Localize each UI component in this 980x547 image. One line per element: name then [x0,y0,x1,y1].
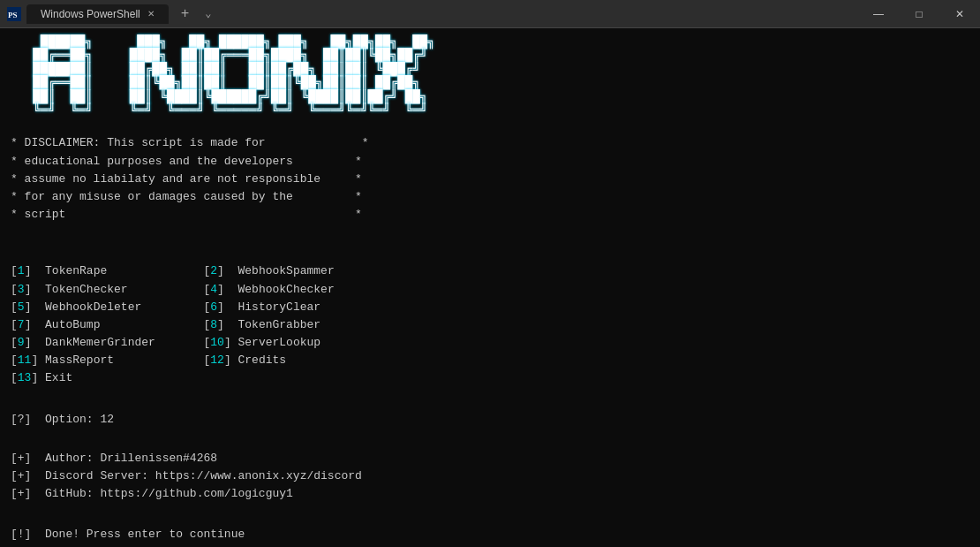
titlebar: PS Windows PowerShell ✕ + ⌄ — □ ✕ [0,0,980,28]
tabs-dropdown-button[interactable]: ⌄ [201,7,215,20]
option-prompt: [?] Option: 12 [11,411,969,429]
tab-close-icon[interactable]: ✕ [147,9,155,19]
titlebar-left: PS Windows PowerShell ✕ + ⌄ [7,4,215,24]
active-tab[interactable]: Windows PowerShell ✕ [26,4,169,24]
close-button[interactable]: ✕ [939,0,980,28]
maximize-button[interactable]: □ [899,0,939,28]
svg-text:PS: PS [8,11,18,19]
done-prompt: [!] Done! Press enter to continue [11,526,969,543]
ascii-banner: ██████╗ ███╗ ██╗ ██████╗ ███╗ ██╗██╗██╗ … [11,35,969,117]
menu-block: [1] TokenRape [2] WebhookSpammer [3] Tok… [11,245,969,405]
disclaimer-block: * DISCLAIMER: This script is made for * … [11,117,969,241]
terminal-window: ██████╗ ███╗ ██╗ ██████╗ ███╗ ██╗██╗██╗ … [0,28,980,547]
minimize-button[interactable]: — [858,0,899,28]
window-controls: — □ ✕ [858,0,980,28]
new-tab-button[interactable]: + [174,6,197,22]
tab-label: Windows PowerShell [41,8,140,20]
powershell-icon: PS [7,7,21,21]
credits-output: [+] Author: Drillenissen#4268 [+] Discor… [11,432,969,521]
